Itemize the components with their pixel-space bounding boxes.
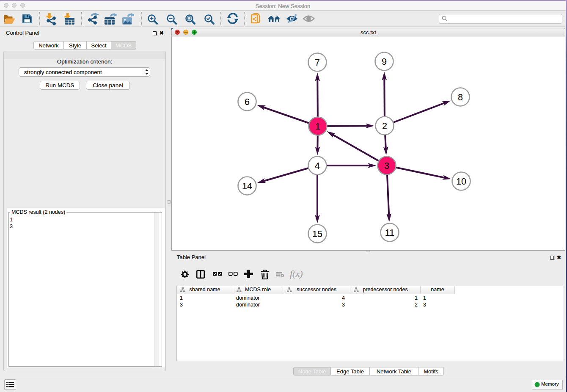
svg-text:14: 14 bbox=[242, 181, 252, 191]
svg-text:4: 4 bbox=[315, 161, 320, 171]
svg-text:8: 8 bbox=[458, 92, 463, 102]
svg-text:6: 6 bbox=[245, 97, 250, 107]
svg-text:f(x): f(x) bbox=[290, 268, 303, 279]
svg-text:1: 1 bbox=[315, 121, 320, 132]
svg-text:3: 3 bbox=[384, 161, 389, 171]
svg-text:11: 11 bbox=[385, 228, 394, 238]
svg-text:9: 9 bbox=[382, 57, 387, 67]
svg-text:2: 2 bbox=[382, 121, 387, 131]
svg-text:15: 15 bbox=[312, 229, 322, 239]
svg-text:10: 10 bbox=[456, 177, 466, 187]
svg-text:7: 7 bbox=[315, 58, 320, 68]
